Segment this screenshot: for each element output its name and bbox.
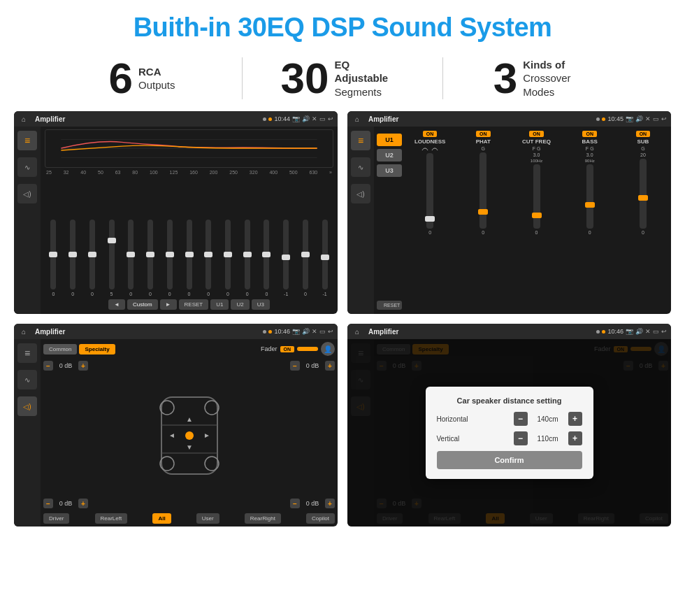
home-icon-3[interactable]: ⌂ <box>18 326 29 337</box>
eq-slider-10[interactable]: 0 <box>238 220 256 296</box>
db-value-rl: 0 dB <box>55 500 76 507</box>
u2-channel-button[interactable]: U2 <box>377 149 402 162</box>
status-bar-3: ⌂ Amplifier 10:46 📷 🔊 ✕ ▭ ↩ <box>14 324 338 339</box>
db-minus-rl[interactable]: − <box>43 499 53 508</box>
db-plus-rr[interactable]: + <box>325 499 335 508</box>
stat-item-crossover: 3 Kinds of Crossover Modes <box>443 57 643 100</box>
stat-label-crossover: Kinds of Crossover Modes <box>523 58 593 99</box>
sub-col: ON SUB G 20 0 <box>618 131 668 235</box>
eq-slider-5[interactable]: 0 <box>142 220 159 296</box>
horizontal-row: Horizontal − 140cm + <box>437 412 582 426</box>
stat-label-rca: RCA Outputs <box>138 65 175 92</box>
db-minus-rr[interactable]: − <box>290 499 300 508</box>
eq-slider-14[interactable]: -1 <box>316 220 333 296</box>
db-minus-fr[interactable]: − <box>290 361 300 371</box>
eq-icon-2[interactable]: ≡ <box>351 131 370 150</box>
speaker-icon-3[interactable]: ◁) <box>17 396 37 416</box>
wave-icon-3[interactable]: ∿ <box>17 370 37 389</box>
on-badge-loudness: ON <box>423 131 438 137</box>
vertical-plus-button[interactable]: + <box>568 431 582 445</box>
db-control-fr: − 0 dB + <box>290 361 335 371</box>
eq-icon[interactable]: ≡ <box>17 131 37 150</box>
fader-profile-icon[interactable]: 👤 <box>321 342 335 356</box>
eq-slider-4[interactable]: 0 <box>122 220 140 296</box>
screen4-title: Amplifier <box>366 328 593 336</box>
db-plus-rl[interactable]: + <box>78 499 88 508</box>
u3-channel-button[interactable]: U3 <box>377 164 402 177</box>
vertical-value: 110cm <box>531 435 565 443</box>
cutfreq-slider[interactable] <box>533 164 540 229</box>
eq-slider-11[interactable]: 0 <box>258 220 275 296</box>
speaker-icon-2[interactable]: ◁) <box>351 184 370 203</box>
vertical-label: Vertical <box>437 435 460 443</box>
eq-slider-3[interactable]: 5 <box>103 220 120 296</box>
play-button[interactable]: ► <box>160 299 177 310</box>
all-button[interactable]: All <box>152 513 171 524</box>
copilot-button[interactable]: Copilot <box>306 513 335 524</box>
eq-slider-12[interactable]: -1 <box>277 220 295 296</box>
svg-text:▼: ▼ <box>186 443 193 451</box>
eq-slider-13[interactable]: 0 <box>297 220 315 296</box>
u3-button[interactable]: U3 <box>252 299 270 310</box>
speaker-icon[interactable]: ◁) <box>17 184 37 203</box>
status-indicators-1: 10:44 📷 🔊 ✕ ▭ ↩ <box>263 115 333 122</box>
screen2-title: Amplifier <box>366 115 593 123</box>
phat-slider[interactable] <box>480 152 486 229</box>
rearright-button[interactable]: RearRight <box>245 513 281 524</box>
horizontal-minus-button[interactable]: − <box>514 412 528 426</box>
stat-number-30: 30 <box>281 57 329 100</box>
eq-icon-3[interactable]: ≡ <box>17 343 37 363</box>
rearleft-button[interactable]: RearLeft <box>95 513 128 524</box>
eq-slider-6[interactable]: 0 <box>161 220 178 296</box>
prev-preset-button[interactable]: ◄ <box>108 299 125 310</box>
db-plus-fr[interactable]: + <box>325 361 335 371</box>
cutfreq-col: ON CUT FREQ FG 3.0 100Hz 0 <box>511 131 561 235</box>
u1-channel-button[interactable]: U1 <box>377 134 402 146</box>
side-controls-3: ≡ ∿ ◁) <box>14 339 41 527</box>
horizontal-plus-button[interactable]: + <box>568 412 582 426</box>
screen2-content: ≡ ∿ ◁) U1 U2 U3 RESET ON LOUDNESS <box>347 127 671 314</box>
cutfreq-label: CUT FREQ <box>522 138 551 145</box>
home-icon[interactable]: ⌂ <box>18 113 29 124</box>
vertical-row: Vertical − 110cm + <box>437 431 582 445</box>
eq-slider-7[interactable]: 0 <box>180 220 198 296</box>
loudness-slider[interactable] <box>426 153 433 229</box>
eq-slider-2[interactable]: 0 <box>83 220 101 296</box>
on-badge-cutfreq: ON <box>529 131 544 137</box>
driver-button[interactable]: Driver <box>43 513 69 524</box>
reset-button[interactable]: RESET <box>179 299 209 310</box>
u2-button[interactable]: U2 <box>231 299 249 310</box>
home-icon-4[interactable]: ⌂ <box>352 326 363 337</box>
screens-grid: ⌂ Amplifier 10:44 📷 🔊 ✕ ▭ ↩ ≡ ∿ ◁) <box>0 111 685 538</box>
custom-preset-button[interactable]: Custom <box>127 299 158 310</box>
db-plus-fl[interactable]: + <box>78 361 88 371</box>
phat-label: PHAT <box>476 138 491 145</box>
crossover-reset-button[interactable]: RESET <box>377 301 402 310</box>
side-controls-2: ≡ ∿ ◁) <box>347 127 374 314</box>
home-icon-2[interactable]: ⌂ <box>352 113 363 124</box>
common-tab[interactable]: Common <box>43 344 77 354</box>
vertical-minus-button[interactable]: − <box>514 431 528 445</box>
db-minus-fl[interactable]: − <box>43 361 53 371</box>
specialty-tab[interactable]: Specialty <box>79 344 115 354</box>
u1-button[interactable]: U1 <box>210 299 229 310</box>
horizontal-value: 140cm <box>531 415 565 423</box>
status-bar-1: ⌂ Amplifier 10:44 📷 🔊 ✕ ▭ ↩ <box>14 111 338 127</box>
wave-icon[interactable]: ∿ <box>17 157 37 177</box>
db-control-fl: − 0 dB + <box>43 361 88 371</box>
eq-slider-9[interactable]: 0 <box>219 220 237 296</box>
wave-icon-2[interactable]: ∿ <box>351 157 370 177</box>
car-speaker-layout: ▲ ▼ ◄ ► <box>43 375 335 496</box>
side-controls-1: ≡ ∿ ◁) <box>14 127 41 314</box>
db-control-rr: − 0 dB + <box>290 499 335 508</box>
eq-slider-1[interactable]: 0 <box>64 220 82 296</box>
status-bar-2: ⌂ Amplifier 10:45 📷 🔊 ✕ ▭ ↩ <box>347 111 671 127</box>
eq-slider-8[interactable]: 0 <box>200 220 217 296</box>
bass-slider[interactable] <box>586 164 593 229</box>
eq-slider-0[interactable]: 0 <box>45 220 62 296</box>
sub-label: SUB <box>637 138 649 145</box>
user-button[interactable]: User <box>196 513 219 524</box>
sub-slider[interactable] <box>640 159 647 229</box>
confirm-button[interactable]: Confirm <box>437 451 582 469</box>
status-indicators-3: 10:46 📷 🔊 ✕ ▭ ↩ <box>263 328 333 335</box>
